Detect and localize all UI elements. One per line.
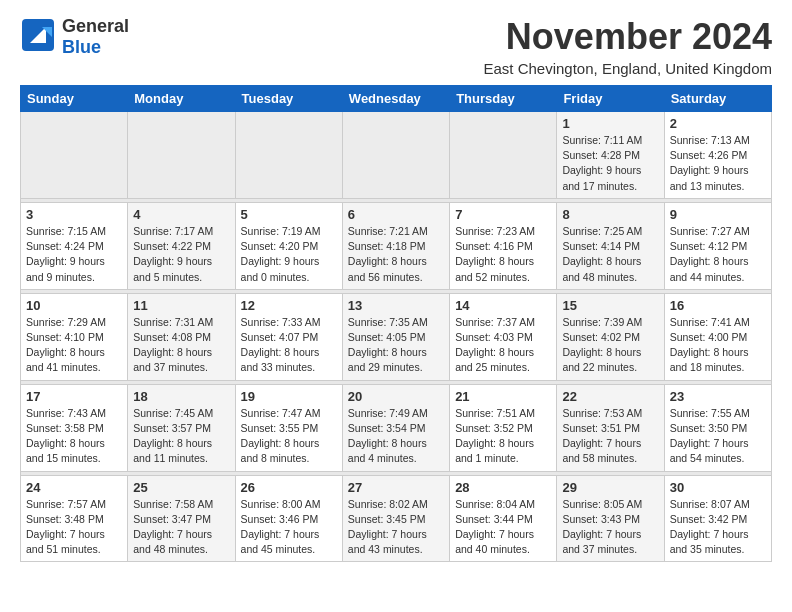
day-number: 5 [241,207,337,222]
day-number: 4 [133,207,229,222]
calendar-day-24: 24Sunrise: 7:57 AM Sunset: 3:48 PM Dayli… [21,475,128,562]
calendar-day-5: 5Sunrise: 7:19 AM Sunset: 4:20 PM Daylig… [235,202,342,289]
calendar-day-4: 4Sunrise: 7:17 AM Sunset: 4:22 PM Daylig… [128,202,235,289]
day-number: 11 [133,298,229,313]
day-info: Sunrise: 7:25 AM Sunset: 4:14 PM Dayligh… [562,224,658,285]
month-title: November 2024 [483,16,772,58]
day-info: Sunrise: 7:45 AM Sunset: 3:57 PM Dayligh… [133,406,229,467]
col-header-thursday: Thursday [450,86,557,112]
day-number: 24 [26,480,122,495]
title-block: November 2024 East Chevington, England, … [483,16,772,77]
day-number: 28 [455,480,551,495]
calendar-day-19: 19Sunrise: 7:47 AM Sunset: 3:55 PM Dayli… [235,384,342,471]
day-info: Sunrise: 8:02 AM Sunset: 3:45 PM Dayligh… [348,497,444,558]
day-number: 23 [670,389,766,404]
calendar-day-empty [128,112,235,199]
day-info: Sunrise: 7:35 AM Sunset: 4:05 PM Dayligh… [348,315,444,376]
calendar-table: SundayMondayTuesdayWednesdayThursdayFrid… [20,85,772,562]
calendar-day-14: 14Sunrise: 7:37 AM Sunset: 4:03 PM Dayli… [450,293,557,380]
calendar-day-1: 1Sunrise: 7:11 AM Sunset: 4:28 PM Daylig… [557,112,664,199]
calendar-week-row: 17Sunrise: 7:43 AM Sunset: 3:58 PM Dayli… [21,384,772,471]
day-info: Sunrise: 7:33 AM Sunset: 4:07 PM Dayligh… [241,315,337,376]
day-info: Sunrise: 7:29 AM Sunset: 4:10 PM Dayligh… [26,315,122,376]
day-info: Sunrise: 7:19 AM Sunset: 4:20 PM Dayligh… [241,224,337,285]
day-info: Sunrise: 8:07 AM Sunset: 3:42 PM Dayligh… [670,497,766,558]
calendar-day-10: 10Sunrise: 7:29 AM Sunset: 4:10 PM Dayli… [21,293,128,380]
calendar-day-18: 18Sunrise: 7:45 AM Sunset: 3:57 PM Dayli… [128,384,235,471]
calendar-day-16: 16Sunrise: 7:41 AM Sunset: 4:00 PM Dayli… [664,293,771,380]
calendar-day-17: 17Sunrise: 7:43 AM Sunset: 3:58 PM Dayli… [21,384,128,471]
day-number: 13 [348,298,444,313]
col-header-friday: Friday [557,86,664,112]
day-info: Sunrise: 7:17 AM Sunset: 4:22 PM Dayligh… [133,224,229,285]
day-number: 30 [670,480,766,495]
page: General Blue November 2024 East Chevingt… [0,0,792,578]
calendar-day-20: 20Sunrise: 7:49 AM Sunset: 3:54 PM Dayli… [342,384,449,471]
day-number: 19 [241,389,337,404]
day-number: 8 [562,207,658,222]
calendar-day-15: 15Sunrise: 7:39 AM Sunset: 4:02 PM Dayli… [557,293,664,380]
calendar-day-11: 11Sunrise: 7:31 AM Sunset: 4:08 PM Dayli… [128,293,235,380]
calendar-day-27: 27Sunrise: 8:02 AM Sunset: 3:45 PM Dayli… [342,475,449,562]
logo: General Blue [20,16,129,57]
day-number: 27 [348,480,444,495]
col-header-sunday: Sunday [21,86,128,112]
day-number: 14 [455,298,551,313]
location: East Chevington, England, United Kingdom [483,60,772,77]
calendar-day-9: 9Sunrise: 7:27 AM Sunset: 4:12 PM Daylig… [664,202,771,289]
calendar-week-row: 1Sunrise: 7:11 AM Sunset: 4:28 PM Daylig… [21,112,772,199]
day-info: Sunrise: 7:49 AM Sunset: 3:54 PM Dayligh… [348,406,444,467]
day-number: 3 [26,207,122,222]
day-number: 12 [241,298,337,313]
day-info: Sunrise: 7:43 AM Sunset: 3:58 PM Dayligh… [26,406,122,467]
day-info: Sunrise: 7:23 AM Sunset: 4:16 PM Dayligh… [455,224,551,285]
header: General Blue November 2024 East Chevingt… [20,16,772,77]
day-info: Sunrise: 7:41 AM Sunset: 4:00 PM Dayligh… [670,315,766,376]
day-number: 9 [670,207,766,222]
calendar-day-7: 7Sunrise: 7:23 AM Sunset: 4:16 PM Daylig… [450,202,557,289]
day-number: 18 [133,389,229,404]
day-info: Sunrise: 7:37 AM Sunset: 4:03 PM Dayligh… [455,315,551,376]
day-number: 6 [348,207,444,222]
calendar-day-6: 6Sunrise: 7:21 AM Sunset: 4:18 PM Daylig… [342,202,449,289]
col-header-monday: Monday [128,86,235,112]
day-number: 29 [562,480,658,495]
day-number: 21 [455,389,551,404]
calendar-day-13: 13Sunrise: 7:35 AM Sunset: 4:05 PM Dayli… [342,293,449,380]
calendar-day-29: 29Sunrise: 8:05 AM Sunset: 3:43 PM Dayli… [557,475,664,562]
day-number: 25 [133,480,229,495]
calendar-day-12: 12Sunrise: 7:33 AM Sunset: 4:07 PM Dayli… [235,293,342,380]
calendar-day-8: 8Sunrise: 7:25 AM Sunset: 4:14 PM Daylig… [557,202,664,289]
day-number: 16 [670,298,766,313]
calendar-day-21: 21Sunrise: 7:51 AM Sunset: 3:52 PM Dayli… [450,384,557,471]
logo-general: General [62,16,129,37]
day-info: Sunrise: 7:47 AM Sunset: 3:55 PM Dayligh… [241,406,337,467]
day-info: Sunrise: 8:00 AM Sunset: 3:46 PM Dayligh… [241,497,337,558]
day-info: Sunrise: 7:51 AM Sunset: 3:52 PM Dayligh… [455,406,551,467]
day-number: 17 [26,389,122,404]
day-number: 20 [348,389,444,404]
calendar-header-row: SundayMondayTuesdayWednesdayThursdayFrid… [21,86,772,112]
calendar-week-row: 10Sunrise: 7:29 AM Sunset: 4:10 PM Dayli… [21,293,772,380]
day-info: Sunrise: 8:05 AM Sunset: 3:43 PM Dayligh… [562,497,658,558]
calendar-day-3: 3Sunrise: 7:15 AM Sunset: 4:24 PM Daylig… [21,202,128,289]
calendar-day-empty [235,112,342,199]
calendar-day-empty [342,112,449,199]
day-info: Sunrise: 7:31 AM Sunset: 4:08 PM Dayligh… [133,315,229,376]
calendar-day-2: 2Sunrise: 7:13 AM Sunset: 4:26 PM Daylig… [664,112,771,199]
calendar-day-empty [450,112,557,199]
calendar-day-22: 22Sunrise: 7:53 AM Sunset: 3:51 PM Dayli… [557,384,664,471]
logo-icon [20,17,56,53]
day-info: Sunrise: 8:04 AM Sunset: 3:44 PM Dayligh… [455,497,551,558]
calendar-day-28: 28Sunrise: 8:04 AM Sunset: 3:44 PM Dayli… [450,475,557,562]
day-info: Sunrise: 7:53 AM Sunset: 3:51 PM Dayligh… [562,406,658,467]
day-info: Sunrise: 7:58 AM Sunset: 3:47 PM Dayligh… [133,497,229,558]
calendar-week-row: 24Sunrise: 7:57 AM Sunset: 3:48 PM Dayli… [21,475,772,562]
day-info: Sunrise: 7:39 AM Sunset: 4:02 PM Dayligh… [562,315,658,376]
day-number: 2 [670,116,766,131]
day-number: 10 [26,298,122,313]
day-number: 7 [455,207,551,222]
col-header-saturday: Saturday [664,86,771,112]
calendar-day-30: 30Sunrise: 8:07 AM Sunset: 3:42 PM Dayli… [664,475,771,562]
day-info: Sunrise: 7:27 AM Sunset: 4:12 PM Dayligh… [670,224,766,285]
